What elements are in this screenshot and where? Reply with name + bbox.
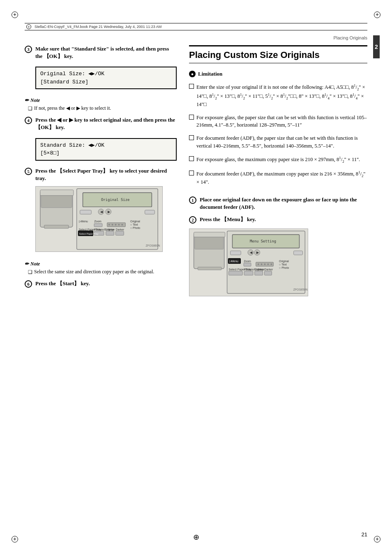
svg-rect-2 [40,190,74,196]
note-2-item: Select the same size and direction copy … [28,268,177,276]
limitation-text-3: For document feeder (ADF), the paper siz… [196,134,367,149]
svg-text:○ Photo: ○ Photo [279,266,289,269]
step-3: 3 Make sure that "Standard Size" is sele… [25,45,177,60]
lcd2-line2: [5×8□] [40,149,172,157]
right-step-1-content: Place one original face down on the expo… [200,196,367,211]
bullet-3-box [189,135,194,140]
step-5-text: Press the 【Select Paper Tray】 key to sel… [35,168,167,181]
limitation-icon: ● [189,71,196,77]
note-2: Note Select the same size and direction … [25,261,177,276]
svg-point-63 [270,263,272,265]
svg-text:▶: ▶ [108,210,111,214]
svg-text:▶: ▶ [256,251,259,254]
bullet-5-box [189,171,194,175]
limitation-item-3: For document feeder (ADF), the paper siz… [189,134,367,149]
bullet-1-box [189,84,194,89]
svg-rect-8 [80,210,92,214]
svg-text:▷Menu: ▷Menu [229,260,238,263]
lcd-display-2: Standard Size: ◀▶/OK [5×8□] [35,138,177,161]
limitation-text-4: For exposure glass, the maximum copy pap… [196,155,360,164]
svg-text:○ Text: ○ Text [130,223,138,226]
limitation-heading: ● Limitation [189,71,367,77]
bullet-4-box [189,156,194,161]
limitation-title: Limitation [198,71,222,77]
svg-text:Lighter: Lighter [106,228,115,231]
svg-text:Original: Original [279,260,289,263]
svg-point-60 [261,263,263,265]
page-header: Placing Originals [333,35,367,40]
corner-br [374,536,380,542]
svg-point-21 [115,224,117,226]
step-4-content: Press the ◀ or ▶ key to select original … [35,116,177,131]
section-heading: Placing Custom Size Originals [189,45,367,63]
machine-image-1: Original Size Cancel ◀ ▶ OK ▷Menu Zoom [35,186,163,252]
svg-point-62 [267,263,269,265]
lcd1-line1: Original Size: ◀▶/OK [40,70,172,78]
svg-rect-55 [244,263,251,266]
svg-point-22 [118,224,120,226]
limitation-item-4: For exposure glass, the maximum copy pap… [189,155,367,164]
section-title-header: Placing Originals [333,35,367,40]
limitation-item-5: For document feeder (ADF), the maximum c… [189,170,367,186]
svg-rect-74 [265,271,272,275]
main-content: 3 Make sure that "Standard Size" is sele… [25,45,367,521]
svg-text:▷Menu: ▷Menu [79,220,88,223]
svg-rect-72 [255,271,263,275]
right-step-2: 2 Press the 【Menu】 key. [189,216,367,224]
step-5-number: 5 [25,168,32,175]
right-step-1: 1 Place one original face down on the ex… [189,196,367,211]
svg-text:Original Size: Original Size [101,197,129,201]
step-6-number: 6 [25,280,32,288]
bullet-2-box [189,115,194,120]
svg-text:Darker: Darker [265,268,273,271]
note-1-title: Note [25,97,177,104]
svg-rect-52 [294,251,303,255]
lcd1-line2: [Standard Size] [40,78,172,86]
svg-point-19 [108,224,110,226]
step-3-content: Make sure that "Standard Size" is select… [35,45,177,60]
right-step-1-text: Place one original face down on the expo… [200,196,357,210]
right-step-1-number: 1 [189,196,196,204]
lcd2-line1: Standard Size: ◀▶/OK [40,141,172,150]
svg-text:Menu Setting: Menu Setting [250,239,276,243]
limitation-item-1: Enter the size of your original if it is… [189,83,367,108]
step-6-content: Press the 【Start】 key. [35,280,177,287]
svg-point-61 [264,263,266,265]
svg-rect-68 [229,271,243,275]
svg-text:○ Photo: ○ Photo [130,226,140,229]
right-step-2-text: Press the 【Menu】 key. [200,216,256,222]
machine-image-2: Menu Setting Cancel ◀ ▶ OK ▷Menu Zoom ▷M… [189,229,308,296]
limitation-text-5: For document feeder (ADF), the maximum c… [196,170,367,186]
step-5: 5 Press the 【Select Paper Tray】 key to s… [25,167,177,182]
right-step-2-content: Press the 【Menu】 key. [200,216,367,223]
file-cross-icon: + [26,24,31,29]
svg-point-20 [112,224,113,226]
svg-rect-14 [145,210,155,214]
corner-tr [374,12,380,18]
svg-text:Darker: Darker [115,228,124,231]
step-6-text: Press the 【Start】 key. [35,280,90,286]
file-info-text: StellaC-EN-CopyF_V4_FM.book Page 21 Wedn… [35,25,161,29]
limitation-item-2: For exposure glass, the paper size that … [189,114,367,129]
right-step-2-number: 2 [189,216,196,224]
limitation-text-2: For exposure glass, the paper size that … [196,114,367,129]
svg-rect-46 [231,251,241,255]
svg-text:Select Paper Tray: Select Paper Tray [79,232,99,235]
step-5-content: Press the 【Select Paper Tray】 key to sel… [35,167,177,182]
left-column: 3 Make sure that "Standard Size" is sele… [25,45,177,521]
step-6: 6 Press the 【Start】 key. [25,280,177,288]
note-2-title: Note [25,261,177,267]
corner-tl [12,12,18,18]
svg-rect-32 [106,231,114,235]
svg-text:Zoom: Zoom [244,260,251,263]
svg-rect-40 [194,232,225,237]
step-4-text: Press the ◀ or ▶ key to select original … [35,117,175,130]
svg-rect-17 [94,224,102,227]
lcd-display-1: Original Size: ◀▶/OK [Standard Size] [35,67,177,89]
svg-text:Original: Original [130,220,140,223]
svg-text:○ Text: ○ Text [279,263,287,266]
svg-text:Lighter: Lighter [255,268,264,271]
step-3-text: Make sure that "Standard Size" is select… [35,46,169,59]
corner-bl [12,536,18,542]
svg-rect-41 [198,267,221,270]
